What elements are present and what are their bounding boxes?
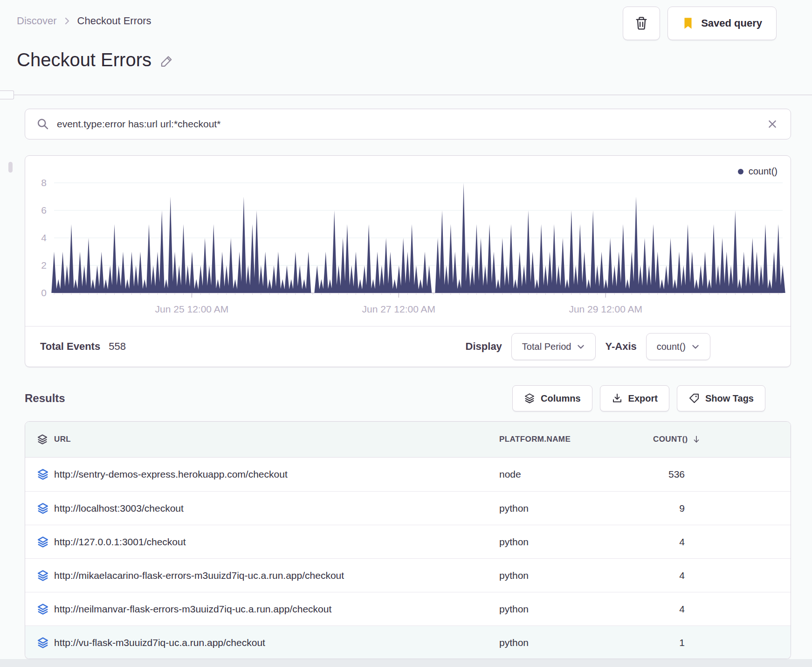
count-cell: 4 bbox=[679, 604, 685, 615]
url-cell: http://127.0.0.1:3001/checkout bbox=[54, 536, 499, 548]
results-actions: Columns Export Show Tags bbox=[512, 385, 765, 411]
events-area-chart[interactable]: 02468Jun 25 12:00 AMJun 27 12:00 AMJun 2… bbox=[25, 156, 791, 326]
table-row[interactable]: http://sentry-demos-express.herokuapp.co… bbox=[25, 458, 791, 491]
url-cell: http://vu-flask-m3uuizd7iq-uc.a.run.app/… bbox=[54, 637, 499, 648]
row-stack-icon[interactable] bbox=[25, 603, 54, 616]
bottom-strip bbox=[0, 659, 812, 667]
breadcrumb-current: Checkout Errors bbox=[77, 15, 151, 27]
export-label: Export bbox=[628, 393, 658, 404]
row-stack-icon[interactable] bbox=[25, 569, 54, 582]
results-heading: Results bbox=[25, 392, 65, 405]
table-row[interactable]: http://mikaelacarino-flask-errors-m3uuiz… bbox=[25, 558, 791, 592]
row-stack-icon[interactable] bbox=[25, 502, 54, 515]
columns-label: Columns bbox=[541, 393, 581, 404]
svg-text:6: 6 bbox=[41, 205, 47, 215]
bookmark-icon bbox=[682, 17, 694, 30]
search-bar bbox=[25, 109, 791, 139]
row-stack-icon[interactable] bbox=[25, 636, 54, 649]
count-header-label: COUNT() bbox=[653, 435, 688, 444]
tag-icon bbox=[688, 393, 700, 404]
platform-cell: python bbox=[499, 503, 653, 514]
total-events-value: 558 bbox=[109, 340, 126, 353]
count-cell: 4 bbox=[679, 536, 685, 548]
table-row[interactable]: http://neilmanvar-flask-errors-m3uuizd7i… bbox=[25, 592, 791, 625]
yaxis-value: count() bbox=[657, 341, 686, 352]
svg-text:Jun 29 12:00 AM: Jun 29 12:00 AM bbox=[569, 304, 642, 314]
chart-controls: Display Total Period Y-Axis count() bbox=[466, 333, 777, 360]
chevron-down-icon bbox=[577, 342, 585, 351]
export-button[interactable]: Export bbox=[600, 385, 669, 411]
row-stack-icon[interactable] bbox=[25, 535, 54, 549]
table-row[interactable]: http://127.0.0.1:3001/checkout python 4 bbox=[25, 525, 791, 558]
display-label: Display bbox=[466, 340, 502, 353]
sort-desc-arrow-icon bbox=[692, 435, 701, 444]
clear-search-icon[interactable] bbox=[765, 117, 779, 131]
table-header-row: URL PLATFORM.NAME COUNT() bbox=[25, 422, 791, 458]
svg-text:Jun 25 12:00 AM: Jun 25 12:00 AM bbox=[155, 304, 229, 314]
header-divider bbox=[0, 95, 812, 95]
stack-icon bbox=[524, 393, 535, 404]
svg-text:4: 4 bbox=[41, 232, 47, 243]
url-cell: http://sentry-demos-express.herokuapp.co… bbox=[54, 469, 499, 480]
count-cell: 4 bbox=[679, 570, 685, 581]
platform-cell: python bbox=[499, 604, 653, 615]
platform-cell: python bbox=[499, 570, 653, 581]
header-actions: Saved query bbox=[623, 7, 777, 40]
table-body: http://sentry-demos-express.herokuapp.co… bbox=[25, 458, 791, 659]
legend-count[interactable]: count() bbox=[738, 166, 778, 177]
display-dropdown[interactable]: Total Period bbox=[511, 333, 596, 360]
svg-text:Jun 27 12:00 AM: Jun 27 12:00 AM bbox=[362, 304, 435, 314]
count-cell: 536 bbox=[668, 469, 685, 480]
drag-pill bbox=[8, 162, 13, 173]
platform-cell: python bbox=[499, 536, 653, 548]
breadcrumb: Discover Checkout Errors bbox=[17, 15, 151, 27]
saved-query-label: Saved query bbox=[701, 17, 762, 29]
legend-label: count() bbox=[749, 166, 778, 177]
count-cell: 1 bbox=[679, 637, 685, 648]
chevron-down-icon bbox=[691, 342, 700, 351]
display-value: Total Period bbox=[522, 341, 571, 352]
saved-query-button[interactable]: Saved query bbox=[667, 7, 777, 40]
svg-text:8: 8 bbox=[41, 177, 47, 188]
column-header-platform[interactable]: PLATFORM.NAME bbox=[499, 435, 653, 444]
delete-query-button[interactable] bbox=[623, 7, 660, 40]
columns-button[interactable]: Columns bbox=[512, 385, 592, 411]
chart-footer: Total Events 558 Display Total Period Y-… bbox=[25, 326, 791, 367]
total-events-label: Total Events bbox=[40, 340, 100, 353]
legend-dot bbox=[738, 169, 743, 174]
svg-text:2: 2 bbox=[41, 260, 47, 271]
search-input[interactable] bbox=[57, 118, 758, 130]
events-chart-panel: count() 02468Jun 25 12:00 AMJun 27 12:00… bbox=[25, 155, 791, 367]
platform-cell: python bbox=[499, 637, 653, 648]
breadcrumb-discover-link[interactable]: Discover bbox=[17, 15, 57, 27]
page-title: Checkout Errors bbox=[17, 49, 151, 70]
svg-text:0: 0 bbox=[41, 287, 47, 298]
yaxis-dropdown[interactable]: count() bbox=[646, 333, 710, 360]
header-stack-icon[interactable] bbox=[25, 433, 54, 445]
collapse-handle[interactable] bbox=[0, 90, 14, 99]
yaxis-label: Y-Axis bbox=[605, 340, 636, 353]
table-row[interactable]: http://vu-flask-m3uuizd7iq-uc.a.run.app/… bbox=[25, 625, 791, 659]
page-title-row: Checkout Errors bbox=[17, 49, 174, 70]
search-icon bbox=[36, 118, 49, 131]
show-tags-label: Show Tags bbox=[705, 393, 754, 404]
trash-icon bbox=[635, 16, 648, 30]
url-cell: http://mikaelacarino-flask-errors-m3uuiz… bbox=[54, 570, 499, 581]
row-stack-icon[interactable] bbox=[25, 468, 54, 481]
count-cell: 9 bbox=[679, 503, 685, 514]
show-tags-button[interactable]: Show Tags bbox=[677, 385, 765, 411]
download-icon bbox=[612, 393, 623, 404]
table-row[interactable]: http://localhost:3003/checkout python 9 bbox=[25, 491, 791, 525]
column-header-url[interactable]: URL bbox=[54, 435, 499, 444]
url-cell: http://neilmanvar-flask-errors-m3uuizd7i… bbox=[54, 604, 499, 615]
chevron-right-icon bbox=[63, 16, 71, 26]
platform-cell: node bbox=[499, 469, 653, 480]
edit-title-pencil-icon[interactable] bbox=[160, 54, 174, 69]
results-table: URL PLATFORM.NAME COUNT() http://sentry-… bbox=[25, 421, 791, 659]
url-cell: http://localhost:3003/checkout bbox=[54, 503, 499, 514]
column-header-count[interactable]: COUNT() bbox=[653, 435, 701, 444]
